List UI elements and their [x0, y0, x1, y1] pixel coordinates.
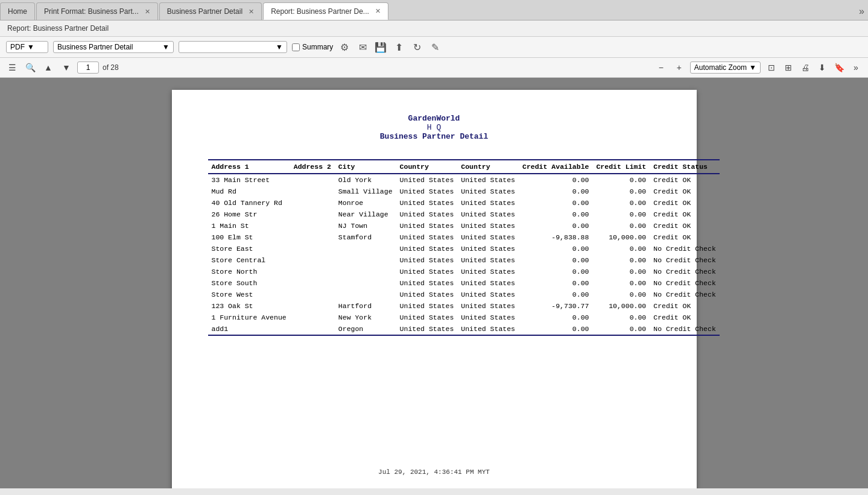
col-credit-available: Credit Available — [519, 160, 592, 174]
tab-business-partner-close[interactable]: ✕ — [249, 8, 254, 16]
tab-report-close[interactable]: ✕ — [375, 7, 381, 15]
download-icon[interactable]: ⬇ — [815, 60, 829, 75]
tab-print-format-close[interactable]: ✕ — [145, 8, 150, 16]
table-row: Store NorthUnited StatesUnited States0.0… — [208, 266, 720, 277]
search-viewer-icon[interactable]: 🔍 — [23, 60, 37, 75]
hq-label: H Q — [208, 123, 661, 132]
table-row: add1OregonUnited StatesUnited States0.00… — [208, 323, 720, 335]
sidebar-toggle-icon[interactable]: ☰ — [5, 60, 19, 75]
tab-print-format[interactable]: Print Format: Business Part... ✕ — [36, 2, 158, 20]
bookmark-icon[interactable]: 🔖 — [832, 60, 846, 75]
col-city: City — [335, 160, 396, 174]
zoom-label: Automatic Zoom — [694, 63, 747, 72]
content-area: GardenWorld H Q Business Partner Detail … — [0, 78, 868, 488]
col-address1: Address 1 — [208, 160, 290, 174]
report-header: GardenWorld H Q Business Partner Detail — [208, 114, 661, 141]
tab-home[interactable]: Home — [0, 2, 35, 20]
tab-business-partner[interactable]: Business Partner Detail ✕ — [159, 2, 262, 20]
edit-icon[interactable]: ✎ — [428, 40, 442, 54]
col-credit-status: Credit Status — [650, 160, 720, 174]
tab-expand-button[interactable]: » — [855, 2, 868, 20]
table-row: 33 Main StreetOld YorkUnited StatesUnite… — [208, 174, 720, 186]
zoom-select[interactable]: Automatic Zoom ▼ — [690, 61, 761, 74]
table-body: 33 Main StreetOld YorkUnited StatesUnite… — [208, 174, 720, 335]
pdf-format-chevron: ▼ — [27, 43, 34, 51]
email-icon[interactable]: ✉ — [356, 40, 369, 54]
pdf-format-select[interactable]: PDF ▼ — [6, 41, 48, 53]
viewer-right-icons: ⊡ ⊞ 🖨 ⬇ 🔖 » — [764, 60, 863, 75]
tab-report[interactable]: Report: Business Partner De... ✕ — [263, 2, 388, 20]
tab-home-label: Home — [8, 7, 27, 16]
pdf-format-label: PDF — [10, 43, 25, 51]
page-total: of 28 — [103, 63, 119, 72]
table-header-row: Address 1 Address 2 City Country Country… — [208, 160, 720, 174]
report-title: Business Partner Detail — [208, 132, 661, 141]
footer-timestamp: Jul 29, 2021, 4:36:41 PM MYT — [378, 468, 490, 476]
report-footer: Jul 29, 2021, 4:36:41 PM MYT — [208, 444, 661, 476]
table-row: 123 Oak StHartfordUnited StatesUnited St… — [208, 300, 720, 312]
table-row: Store SouthUnited StatesUnited States0.0… — [208, 277, 720, 289]
refresh-icon[interactable]: ↻ — [410, 40, 423, 54]
table-row: Store WestUnited StatesUnited States0.00… — [208, 289, 720, 300]
col-country1: Country — [396, 160, 458, 174]
prev-page-icon[interactable]: ▲ — [41, 60, 55, 75]
zoom-out-icon[interactable]: − — [654, 60, 668, 75]
data-table: Address 1 Address 2 City Country Country… — [208, 159, 720, 336]
table-row: 1 Furniture AvenueNew YorkUnited StatesU… — [208, 312, 720, 323]
fit-page-icon[interactable]: ⊡ — [764, 60, 779, 75]
more-tools-icon[interactable]: » — [849, 60, 863, 75]
search-input[interactable] — [183, 43, 273, 51]
zoom-chevron: ▼ — [749, 63, 756, 72]
settings-icon[interactable]: ⚙ — [338, 40, 351, 54]
table-row: Store EastUnited StatesUnited States0.00… — [208, 243, 720, 254]
tab-report-label: Report: Business Partner De... — [271, 7, 369, 16]
fit-width-icon[interactable]: ⊞ — [781, 60, 796, 75]
col-address2: Address 2 — [290, 160, 335, 174]
next-page-icon[interactable]: ▼ — [59, 60, 74, 75]
table-header: Address 1 Address 2 City Country Country… — [208, 160, 720, 174]
save-icon[interactable]: 💾 — [374, 40, 387, 54]
zoom-in-icon[interactable]: + — [672, 60, 686, 75]
viewer-toolbar: ☰ 🔍 ▲ ▼ of 28 − + Automatic Zoom ▼ ⊡ ⊞ 🖨… — [0, 58, 868, 78]
report-name-select[interactable]: Business Partner Detail ▼ — [53, 41, 174, 53]
table-row: 26 Home StrNear VillageUnited StatesUnit… — [208, 209, 720, 220]
pdf-page: GardenWorld H Q Business Partner Detail … — [172, 90, 697, 488]
report-name-chevron: ▼ — [162, 43, 169, 51]
col-country2: Country — [457, 160, 519, 174]
main-toolbar: PDF ▼ Business Partner Detail ▼ ▼ Summar… — [0, 37, 868, 58]
col-credit-limit: Credit Limit — [592, 160, 650, 174]
summary-label: Summary — [302, 43, 333, 51]
tab-print-format-label: Print Format: Business Part... — [44, 7, 139, 16]
summary-checkbox[interactable] — [292, 43, 300, 51]
window-title: Report: Business Partner Detail — [0, 20, 868, 37]
company-name: GardenWorld — [208, 114, 661, 123]
page-number-input[interactable] — [77, 61, 99, 74]
table-row: Store CentralUnited StatesUnited States0… — [208, 254, 720, 266]
report-name-label: Business Partner Detail — [57, 43, 133, 51]
table-row: 1 Main StNJ TownUnited StatesUnited Stat… — [208, 220, 720, 232]
print-icon[interactable]: 🖨 — [798, 60, 813, 75]
tab-business-partner-label: Business Partner Detail — [167, 7, 242, 16]
table-row: Mud RdSmall VillageUnited StatesUnited S… — [208, 186, 720, 197]
summary-checkbox-label[interactable]: Summary — [292, 43, 333, 51]
table-row: 40 Old Tannery RdMonroeUnited StatesUnit… — [208, 197, 720, 209]
search-dropdown-icon[interactable]: ▼ — [276, 43, 283, 51]
table-row: 100 Elm StStamfordUnited StatesUnited St… — [208, 232, 720, 243]
tab-bar: Home Print Format: Business Part... ✕ Bu… — [0, 0, 868, 20]
upload-icon[interactable]: ⬆ — [392, 40, 405, 54]
search-input-wrapper[interactable]: ▼ — [179, 41, 287, 53]
